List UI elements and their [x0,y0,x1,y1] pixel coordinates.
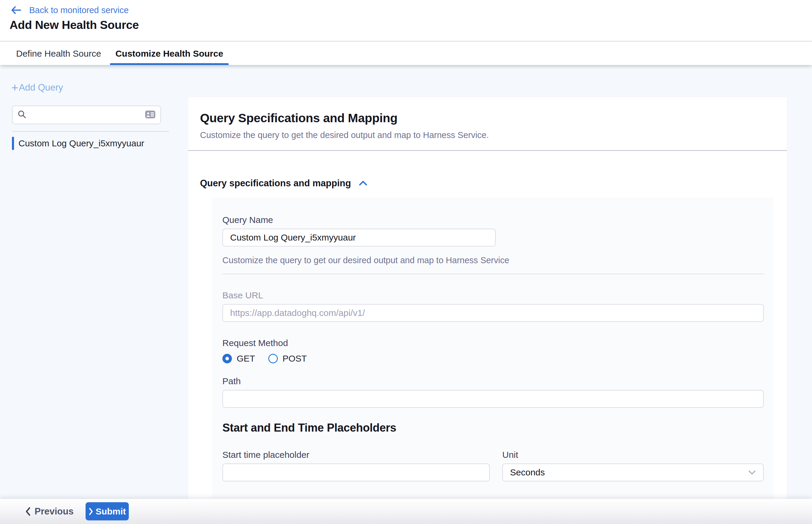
start-time-input[interactable] [222,463,490,481]
query-mapping-card: Query Specifications and Mapping Customi… [188,97,787,524]
tab-bar: Define Health Source Customize Health So… [0,42,812,65]
page-title: Add New Health Source [10,18,139,32]
radio-get-circle[interactable] [222,354,232,363]
query-name-label: Query Name [222,215,764,225]
page-header: Back to monitored service Add New Health… [0,0,812,42]
back-link-label: Back to monitored service [29,5,129,15]
query-name-helper: Customize the query to get our desired o… [222,256,764,265]
chevron-up-icon [359,180,368,186]
query-list-item[interactable]: Custom Log Query_i5xmyyuaur [0,136,188,151]
query-list: Custom Log Query_i5xmyyuaur [0,136,188,151]
query-name-input[interactable] [222,229,496,246]
main-subheading: Customize the query to get the desired o… [200,130,489,140]
chevron-right-icon [88,508,93,515]
selected-indicator [12,137,14,150]
tab-define-health-source[interactable]: Define Health Source [11,42,107,65]
base-url-label: Base URL [222,290,764,300]
section-title: Query specifications and mapping [200,178,351,189]
form-divider [222,274,764,274]
tab-customize-health-source[interactable]: Customize Health Source [110,42,229,65]
section-toggle[interactable]: Query specifications and mapping [200,178,368,189]
radio-get[interactable]: GET [222,354,255,364]
previous-button[interactable]: Previous [25,499,74,524]
sidebar-divider [12,131,169,132]
card-header: Query Specifications and Mapping Customi… [188,97,787,151]
add-query-button[interactable]: + Add Query [11,82,63,93]
radio-get-label: GET [237,354,255,364]
unit-label: Unit [502,450,764,460]
base-url-input[interactable] [222,304,764,322]
plus-icon: + [11,83,18,92]
add-query-label: Add Query [19,82,63,93]
query-search-box[interactable] [12,105,161,124]
previous-label: Previous [35,506,74,517]
card-list-icon[interactable] [145,110,156,120]
submit-button[interactable]: Submit [85,502,129,520]
request-method-group: GET POST [222,354,764,364]
request-method-label: Request Method [222,338,764,348]
radio-post-label: POST [282,354,307,364]
submit-label: Submit [96,506,126,517]
footer-bar: Previous Submit [0,499,812,524]
start-time-label: Start time placeholder [222,450,490,460]
chevron-left-icon [25,507,31,516]
back-link[interactable]: Back to monitored service [11,4,129,16]
path-input[interactable] [222,390,764,408]
query-sidebar: + Add Query Custom Log Query_i5xmyyuau [0,65,188,499]
radio-post-circle[interactable] [268,354,278,363]
form-panel: Query Name Customize the query to get ou… [212,198,774,524]
time-placeholder-row: Start time placeholder Unit Seconds [222,450,764,481]
unit-select[interactable]: Seconds [502,463,764,481]
main-heading: Query Specifications and Mapping [200,111,397,125]
back-arrow-icon [11,5,21,15]
path-label: Path [222,376,764,386]
radio-post[interactable]: POST [268,354,307,364]
time-placeholders-heading: Start and End Time Placeholders [222,422,764,434]
unit-select-value: Seconds [510,468,545,477]
search-icon [17,110,27,120]
query-item-label: Custom Log Query_i5xmyyuaur [18,138,144,148]
query-search-input[interactable] [31,110,145,120]
chevron-down-icon [748,470,756,475]
